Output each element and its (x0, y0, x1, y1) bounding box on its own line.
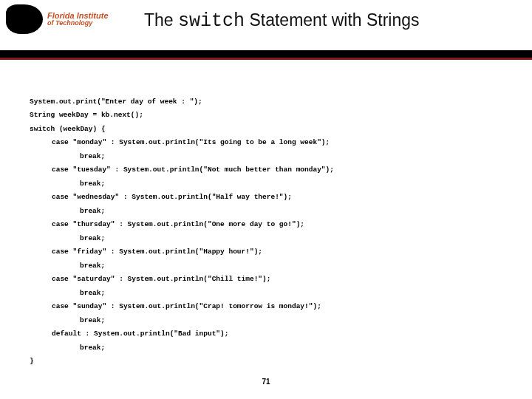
code-line: System.out.print("Enter day of week : ")… (30, 98, 202, 106)
code-line: default : System.out.println("Bad input"… (30, 327, 228, 341)
slide-title: The switch Statement with Strings (144, 10, 420, 32)
code-line: } (30, 357, 34, 365)
panther-icon (6, 4, 43, 34)
code-line: switch (weekDay) { (30, 125, 106, 133)
code-line: case "saturday" : System.out.println("Ch… (30, 273, 270, 287)
title-post: Statement with Strings (245, 10, 420, 30)
logo-line2: of Technology (47, 20, 109, 27)
code-line: case "monday" : System.out.println("Its … (30, 136, 330, 150)
code-line: break; (30, 314, 105, 328)
code-line: String weekDay = kb.next(); (30, 111, 143, 119)
code-line: break; (30, 287, 105, 301)
title-pre: The (144, 10, 178, 30)
header-rule (0, 50, 532, 60)
code-line: case "friday" : System.out.println("Happ… (30, 245, 262, 259)
code-line: break; (30, 341, 105, 355)
code-line: break; (30, 150, 105, 164)
code-line: case "sunday" : System.out.println("Crap… (30, 300, 321, 314)
title-mono: switch (178, 10, 245, 32)
code-line: break; (30, 205, 105, 219)
page-number: 71 (0, 378, 532, 386)
code-line: break; (30, 177, 105, 191)
code-line: case "tuesday" : System.out.println("Not… (30, 163, 334, 177)
code-block: System.out.print("Enter day of week : ")… (30, 81, 334, 369)
fit-wordmark: Florida Institute of Technology (47, 12, 109, 27)
code-line: case "wednesday" : System.out.println("H… (30, 191, 292, 205)
code-line: break; (30, 232, 105, 246)
code-line: break; (30, 259, 105, 273)
slide-header: Florida Institute of Technology The swit… (0, 0, 532, 50)
code-line: case "thursday" : System.out.println("On… (30, 218, 304, 232)
fit-logo: Florida Institute of Technology (6, 4, 109, 34)
